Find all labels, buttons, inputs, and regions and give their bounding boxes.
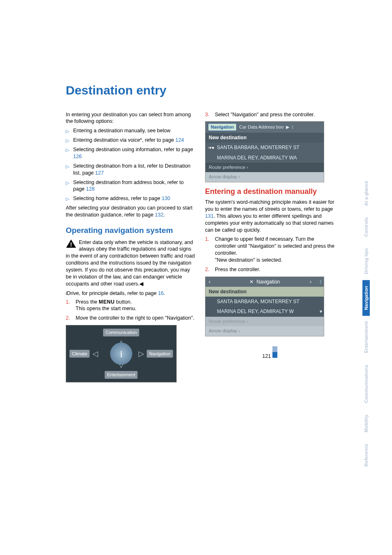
page-link[interactable]: 131 bbox=[205, 213, 214, 219]
steps-left: 1. Press the MENU button. This opens the… bbox=[66, 299, 195, 322]
tab-entertainment[interactable]: Entertainment bbox=[362, 315, 370, 359]
step-number: 1. bbox=[205, 236, 209, 243]
triangle-icon: ▷ bbox=[66, 138, 69, 144]
triangle-icon: ▷ bbox=[66, 164, 69, 170]
nav-route-preference: Route preference › bbox=[205, 317, 324, 327]
nav-arrow-display: Arrow display › bbox=[205, 172, 324, 182]
nav-header: ‹ ✕ Navigation › ⟟ bbox=[205, 277, 324, 287]
sat-small-icon: ✕ bbox=[249, 279, 254, 285]
list-item: ▷Selecting home address, refer to page 1… bbox=[66, 195, 195, 202]
page-link[interactable]: 128 bbox=[86, 186, 95, 192]
page-footer: 121 bbox=[205, 345, 334, 360]
step-number: 2. bbox=[66, 315, 70, 322]
scroll-right-icon: ▶ bbox=[286, 124, 289, 130]
warning-icon: ! bbox=[66, 239, 76, 248]
section-tabs: Reference Mobility Communications Entert… bbox=[362, 78, 370, 472]
page-link[interactable]: 124 bbox=[175, 137, 184, 143]
arrow-left-icon: ◁ bbox=[92, 349, 98, 359]
heading-operating: Operating navigation system bbox=[66, 225, 195, 236]
page-bar-icon bbox=[272, 346, 277, 358]
nav-arrow-display: Arrow display › bbox=[205, 326, 324, 336]
page-link[interactable]: 126 bbox=[73, 154, 82, 159]
nav-new-destination: New destination bbox=[205, 287, 324, 297]
idrive-left-label: Climate bbox=[69, 350, 90, 358]
heading-manual-entry: Entering a destination manually bbox=[205, 187, 334, 196]
step-number: 1. bbox=[66, 299, 70, 306]
step-number: 2. bbox=[205, 266, 209, 273]
nav-new-destination: New destination bbox=[205, 133, 324, 143]
nav-dest-item: MARINA DEL REY, ADMIRALTY W▾ bbox=[205, 306, 324, 316]
list-item: ▷Selecting destination using information… bbox=[66, 146, 195, 160]
tab-reference[interactable]: Reference bbox=[362, 438, 370, 472]
nav-dest-item: SANTA BARBARA, MONTERREY ST bbox=[205, 297, 324, 306]
nav-tab-active: Navigation bbox=[208, 123, 237, 131]
nav-screenshot-2: ‹ ✕ Navigation › ⟟ New destination SANTA… bbox=[205, 276, 324, 336]
page-link[interactable]: 16 bbox=[158, 290, 164, 296]
step-number: 3. bbox=[205, 111, 209, 118]
after-select-text: After selecting your destination you can… bbox=[66, 205, 195, 219]
sat-icon: ⟟ bbox=[320, 279, 321, 285]
nav-route-preference: Route preference › bbox=[205, 163, 324, 173]
idrive-top-label: Communication bbox=[103, 329, 139, 336]
tab-mobility[interactable]: Mobility bbox=[362, 409, 370, 438]
nav-dest-item: MARINA DEL REY, ADMIRALTY WA bbox=[205, 153, 324, 163]
triangle-icon: ▷ bbox=[66, 196, 69, 202]
sat-icon: ⟟ bbox=[292, 124, 293, 130]
triangle-icon: ▷ bbox=[66, 180, 69, 186]
step3-list: 3. Select "Navigation" and press the con… bbox=[205, 111, 334, 118]
page-link[interactable]: 132 bbox=[155, 212, 164, 218]
page-link[interactable]: 130 bbox=[161, 196, 170, 201]
tab-controls[interactable]: Controls bbox=[362, 212, 370, 242]
tab-driving-tips[interactable]: Driving tips bbox=[362, 242, 370, 280]
step-item: 1. Change to upper field if necessary. T… bbox=[205, 236, 334, 264]
manual-para: The system's word-matching principle mak… bbox=[205, 199, 334, 233]
warning-block: ! Enter data only when the vehicle is st… bbox=[66, 239, 195, 288]
page-number: 121 bbox=[262, 353, 271, 359]
tab-at-a-glance[interactable]: At a glance bbox=[362, 175, 370, 212]
nav-tab-bar: Navigation Car Data Address boo ▶ ⟟ bbox=[205, 122, 324, 133]
intro-text: In entering your destination you can sel… bbox=[66, 111, 195, 125]
step-item: 2. Press the controller. bbox=[205, 266, 334, 273]
left-arrow-icon: ‹ bbox=[209, 279, 210, 285]
idrive-ref: iDrive, for principle details, refer to … bbox=[66, 290, 195, 297]
idrive-bottom-label: Entertainment bbox=[105, 371, 138, 379]
idrive-right-label: Navigation bbox=[147, 350, 173, 358]
end-mark-icon: ◀ bbox=[139, 281, 143, 287]
nav-tab-other: Car Data Address boo bbox=[239, 124, 284, 130]
left-column: In entering your destination you can sel… bbox=[66, 111, 195, 383]
menu-button-label: MENU bbox=[99, 299, 115, 305]
steps-right: 1. Change to upper field if necessary. T… bbox=[205, 236, 334, 273]
list-item: ▷Selecting destination from a list, refe… bbox=[66, 163, 195, 177]
list-item: ▷Entering a destination manually, see be… bbox=[66, 127, 195, 134]
nav-screenshot-1: Navigation Car Data Address boo ▶ ⟟ New … bbox=[205, 121, 324, 182]
scroll-down-icon: ▾ bbox=[320, 308, 322, 315]
list-item: ▷Selecting destination from address book… bbox=[66, 179, 195, 193]
destination-icon: ➜● bbox=[208, 145, 214, 151]
right-arrow-icon: › bbox=[310, 279, 311, 285]
right-column: 3. Select "Navigation" and press the con… bbox=[205, 111, 334, 383]
page-title: Destination entry bbox=[66, 82, 334, 99]
step-item: 2. Move the controller to the right to o… bbox=[66, 315, 195, 322]
step-item: 3. Select "Navigation" and press the con… bbox=[205, 111, 334, 118]
triangle-icon: ▷ bbox=[66, 147, 69, 153]
idrive-center-icon: i bbox=[110, 343, 132, 365]
svg-text:!: ! bbox=[70, 241, 72, 248]
page-link[interactable]: 127 bbox=[95, 170, 104, 176]
list-item: ▷Entering destination via voice*, refer … bbox=[66, 137, 195, 144]
tab-navigation[interactable]: Navigation bbox=[362, 280, 370, 316]
nav-dest-item: ➜●SANTA BARBARA, MONTERREY ST bbox=[205, 143, 324, 152]
arrow-right-icon: ▷ bbox=[138, 349, 144, 359]
triangle-icon: ▷ bbox=[66, 128, 69, 134]
step-item: 1. Press the MENU button. This opens the… bbox=[66, 299, 195, 313]
tab-communications[interactable]: Communications bbox=[362, 359, 370, 409]
options-list: ▷Entering a destination manually, see be… bbox=[66, 127, 195, 202]
idrive-menu-illustration: Communication Entertainment Climate Navi… bbox=[66, 325, 177, 382]
